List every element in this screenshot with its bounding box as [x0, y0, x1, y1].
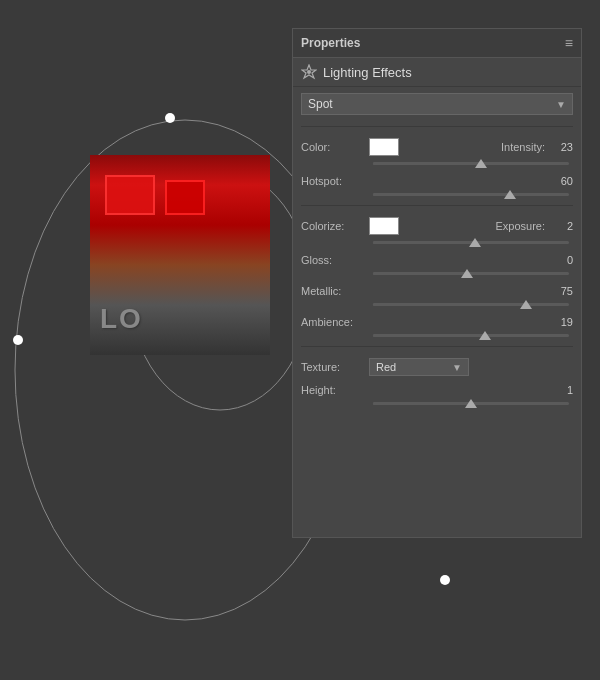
metallic-value: 75	[549, 285, 573, 297]
photo-inner: LO	[90, 155, 270, 355]
ambience-slider[interactable]	[373, 334, 569, 337]
divider-1	[301, 126, 573, 127]
height-value: 1	[549, 384, 573, 396]
panel-content: Spot ▼ Color: Intensity: 23 Hotspot: 60	[293, 87, 581, 537]
gloss-slider-row	[301, 270, 573, 277]
ambience-slider-row	[301, 332, 573, 339]
exposure-label: Exposure:	[495, 220, 549, 232]
texture-dropdown-arrow-icon: ▼	[452, 362, 462, 373]
panel-titlebar: Properties ≡	[293, 29, 581, 58]
handle-bottom-right[interactable]	[440, 575, 450, 585]
light-type-row: Spot ▼	[301, 93, 573, 115]
exposure-value: 2	[549, 220, 573, 232]
hotspot-slider-row	[301, 191, 573, 198]
colorize-label: Colorize:	[301, 220, 369, 232]
hotspot-slider[interactable]	[373, 193, 569, 196]
ambience-label: Ambience:	[301, 316, 369, 328]
light-type-value: Spot	[308, 97, 333, 111]
height-row: Height: 1	[301, 384, 573, 396]
properties-panel: Properties ≡ Lighting Effects Spot ▼ Col…	[292, 28, 582, 538]
colorize-exposure-row: Colorize: Exposure: 2	[301, 217, 573, 235]
metallic-slider-row	[301, 301, 573, 308]
ambience-row: Ambience: 19	[301, 316, 573, 328]
intensity-label: Intensity:	[501, 141, 549, 153]
colorize-swatch[interactable]	[369, 217, 399, 235]
texture-dropdown[interactable]: Red ▼	[369, 358, 469, 376]
gloss-value: 0	[549, 254, 573, 266]
intensity-value: 23	[549, 141, 573, 153]
canvas-image: LO	[90, 155, 270, 355]
texture-row: Texture: Red ▼	[301, 358, 573, 376]
height-slider[interactable]	[373, 402, 569, 405]
metallic-row: Metallic: 75	[301, 285, 573, 297]
dropdown-arrow-icon: ▼	[556, 99, 566, 110]
hotspot-label: Hotspot:	[301, 175, 369, 187]
metallic-label: Metallic:	[301, 285, 369, 297]
gloss-row: Gloss: 0	[301, 254, 573, 266]
handle-left[interactable]	[13, 335, 23, 345]
color-intensity-row: Color: Intensity: 23	[301, 138, 573, 156]
divider-2	[301, 205, 573, 206]
hotspot-value: 60	[549, 175, 573, 187]
panel-header-title: Lighting Effects	[323, 65, 412, 80]
texture-value: Red	[376, 361, 396, 373]
svg-point-3	[307, 70, 311, 74]
light-type-dropdown[interactable]: Spot ▼	[301, 93, 573, 115]
panel-title: Properties	[301, 36, 360, 50]
exposure-slider-row	[301, 239, 573, 246]
lighting-effects-icon	[301, 64, 317, 80]
gloss-slider[interactable]	[373, 272, 569, 275]
handle-top[interactable]	[165, 113, 175, 123]
color-swatch[interactable]	[369, 138, 399, 156]
color-label: Color:	[301, 141, 369, 153]
texture-label: Texture:	[301, 361, 369, 373]
hotspot-row: Hotspot: 60	[301, 175, 573, 187]
panel-menu-icon[interactable]: ≡	[565, 35, 573, 51]
gloss-label: Gloss:	[301, 254, 369, 266]
ambience-value: 19	[549, 316, 573, 328]
divider-3	[301, 346, 573, 347]
height-label: Height:	[301, 384, 369, 396]
panel-header: Lighting Effects	[293, 58, 581, 87]
exposure-slider[interactable]	[373, 241, 569, 244]
intensity-slider-row	[301, 160, 573, 167]
intensity-slider[interactable]	[373, 162, 569, 165]
metallic-slider[interactable]	[373, 303, 569, 306]
height-slider-row	[301, 400, 573, 407]
